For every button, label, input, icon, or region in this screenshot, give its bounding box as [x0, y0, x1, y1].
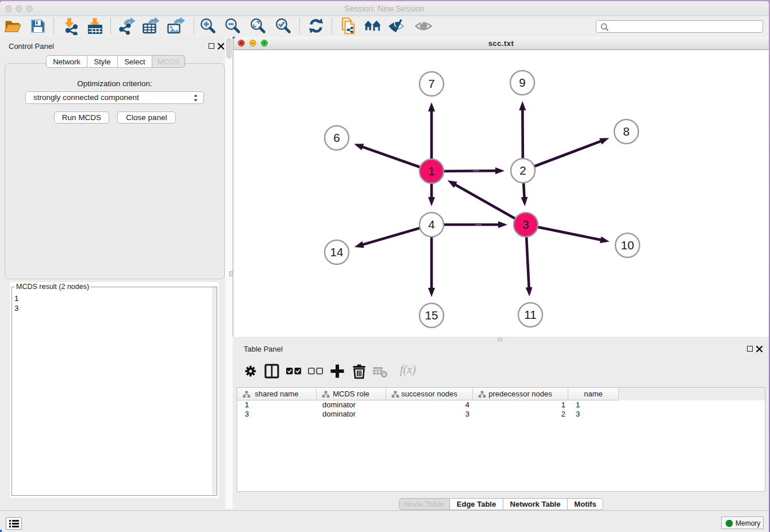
- svg-text:6: 6: [333, 131, 340, 144]
- svg-text:14: 14: [330, 245, 344, 259]
- svg-text:9: 9: [519, 76, 525, 89]
- svg-text:3: 3: [522, 218, 529, 231]
- svg-text:10: 10: [621, 238, 634, 252]
- svg-text:2: 2: [519, 164, 526, 177]
- svg-text:15: 15: [425, 309, 438, 322]
- svg-text:11: 11: [524, 308, 536, 321]
- svg-text:4: 4: [428, 218, 434, 231]
- svg-text:8: 8: [623, 125, 629, 138]
- svg-text:7: 7: [428, 77, 434, 90]
- svg-text:1: 1: [428, 164, 434, 178]
